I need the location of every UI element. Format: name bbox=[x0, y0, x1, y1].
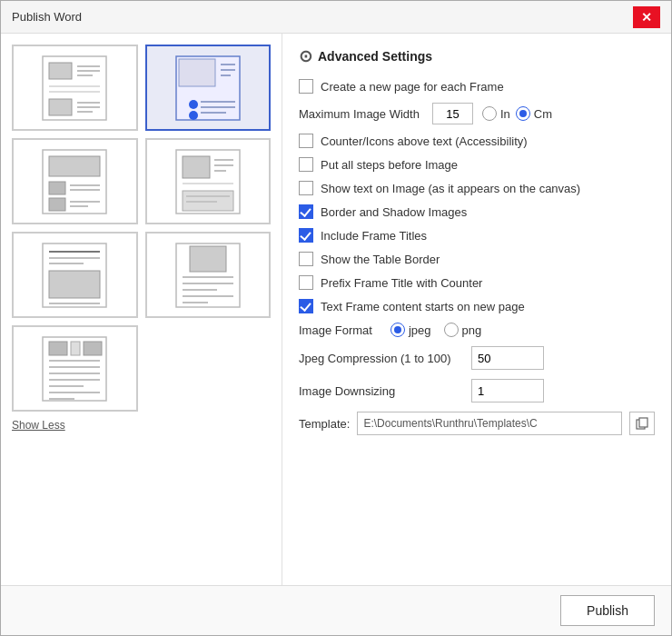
content-area: Show Less ⊙ Advanced Settings Create a n… bbox=[1, 34, 671, 585]
copy-icon bbox=[635, 416, 649, 431]
thumbnail-5[interactable] bbox=[12, 232, 138, 318]
svg-point-14 bbox=[189, 111, 198, 120]
image-downsizing-row: Image Downsizing bbox=[299, 379, 655, 402]
setting-text-frame-new-page: Text Frame content starts on new page bbox=[299, 299, 655, 313]
footer: Publish bbox=[1, 585, 671, 635]
jpeg-compression-input[interactable] bbox=[471, 346, 544, 370]
radio-unit-cm[interactable] bbox=[516, 106, 530, 121]
png-label: png bbox=[462, 323, 482, 337]
setting-prefix-frame-title: Prefix Frame Title with Counter bbox=[299, 275, 655, 290]
label-create-new-page: Create a new page for each Frame bbox=[321, 80, 504, 94]
checkbox-create-new-page[interactable] bbox=[299, 79, 313, 94]
template-input[interactable] bbox=[357, 412, 622, 435]
svg-rect-1 bbox=[49, 63, 72, 79]
collapse-icon[interactable]: ⊙ bbox=[299, 46, 312, 66]
svg-rect-24 bbox=[49, 198, 65, 211]
thumbnail-3[interactable] bbox=[12, 138, 138, 224]
svg-rect-22 bbox=[49, 156, 100, 176]
label-put-steps: Put all steps before Image bbox=[321, 158, 458, 172]
label-counter-icons: Counter/Icons above text (Accessibility) bbox=[321, 134, 528, 148]
publish-button[interactable]: Publish bbox=[560, 595, 655, 626]
template-label: Template: bbox=[299, 417, 350, 431]
setting-include-frame-titles: Include Frame Titles bbox=[299, 228, 655, 243]
advanced-settings-header: ⊙ Advanced Settings bbox=[299, 46, 655, 66]
close-button[interactable]: ✕ bbox=[633, 6, 660, 28]
max-image-width-label: Maximum Image Width bbox=[299, 107, 420, 121]
setting-create-new-page: Create a new page for each Frame bbox=[299, 79, 655, 94]
left-panel: Show Less bbox=[1, 34, 282, 585]
svg-rect-54 bbox=[84, 342, 102, 355]
setting-put-steps: Put all steps before Image bbox=[299, 157, 655, 172]
unit-radio-group: In Cm bbox=[482, 106, 552, 121]
dialog: Publish Word ✕ bbox=[0, 0, 672, 636]
unit-in-label: In bbox=[500, 107, 510, 121]
titlebar: Publish Word ✕ bbox=[1, 1, 671, 34]
svg-rect-12 bbox=[179, 59, 215, 86]
setting-show-text-on-image: Show text on Image (as it appears on the… bbox=[299, 181, 655, 195]
svg-rect-63 bbox=[639, 418, 647, 427]
checkbox-counter-icons[interactable] bbox=[299, 134, 313, 148]
radio-unit-cm-dot bbox=[519, 110, 527, 117]
image-downsizing-label: Image Downsizing bbox=[299, 384, 462, 398]
checkbox-show-text-on-image[interactable] bbox=[299, 181, 313, 195]
svg-rect-52 bbox=[49, 342, 67, 355]
image-downsizing-input[interactable] bbox=[471, 379, 544, 402]
checkbox-border-shadow[interactable] bbox=[299, 204, 313, 219]
thumbnail-6[interactable] bbox=[145, 232, 272, 318]
radio-png[interactable] bbox=[444, 323, 459, 337]
radio-jpeg[interactable] bbox=[390, 323, 405, 337]
advanced-settings-label: Advanced Settings bbox=[318, 49, 432, 64]
checkbox-put-steps[interactable] bbox=[299, 157, 313, 172]
svg-rect-42 bbox=[49, 271, 100, 298]
radio-unit-in[interactable] bbox=[482, 106, 497, 121]
thumbnail-1[interactable] bbox=[12, 45, 138, 131]
checkbox-include-frame-titles[interactable] bbox=[299, 228, 313, 243]
thumbnail-4[interactable] bbox=[145, 138, 272, 224]
show-less-button[interactable]: Show Less bbox=[12, 419, 271, 432]
template-row: Template: bbox=[299, 412, 655, 435]
template-copy-button[interactable] bbox=[629, 412, 655, 435]
thumbnail-7[interactable] bbox=[12, 325, 138, 412]
label-prefix-frame-title: Prefix Frame Title with Counter bbox=[321, 276, 482, 290]
svg-point-13 bbox=[189, 100, 198, 109]
label-text-frame-new-page: Text Frame content starts on new page bbox=[321, 300, 525, 313]
max-image-width-input[interactable] bbox=[432, 103, 473, 124]
label-include-frame-titles: Include Frame Titles bbox=[321, 229, 427, 243]
svg-rect-53 bbox=[71, 342, 80, 355]
radio-jpeg-dot bbox=[394, 326, 401, 333]
image-format-label: Image Format bbox=[299, 323, 372, 337]
svg-rect-35 bbox=[183, 191, 233, 211]
svg-rect-30 bbox=[183, 156, 210, 178]
label-show-table-border: Show the Table Border bbox=[321, 253, 440, 266]
setting-counter-icons: Counter/Icons above text (Accessibility) bbox=[299, 134, 655, 148]
svg-rect-7 bbox=[49, 99, 72, 115]
jpeg-compression-row: Jpeg Compression (1 to 100) bbox=[299, 346, 655, 370]
svg-rect-45 bbox=[190, 246, 226, 272]
setting-border-shadow: Border and Shadow Images bbox=[299, 204, 655, 219]
svg-rect-23 bbox=[49, 182, 65, 194]
unit-cm-label: Cm bbox=[534, 107, 552, 121]
setting-show-table-border: Show the Table Border bbox=[299, 252, 655, 266]
thumbnail-2[interactable] bbox=[145, 45, 272, 131]
label-show-text-on-image: Show text on Image (as it appears on the… bbox=[321, 182, 580, 195]
checkbox-prefix-frame-title[interactable] bbox=[299, 275, 313, 290]
jpeg-compression-label: Jpeg Compression (1 to 100) bbox=[299, 352, 462, 365]
thumbnail-grid bbox=[12, 45, 271, 412]
right-panel: ⊙ Advanced Settings Create a new page fo… bbox=[282, 34, 671, 585]
jpeg-label: jpeg bbox=[409, 323, 431, 337]
label-border-shadow: Border and Shadow Images bbox=[321, 205, 467, 219]
max-image-width-row: Maximum Image Width In Cm bbox=[299, 103, 655, 124]
image-format-row: Image Format jpeg png bbox=[299, 323, 655, 337]
checkbox-text-frame-new-page[interactable] bbox=[299, 299, 313, 313]
dialog-title: Publish Word bbox=[12, 10, 82, 24]
checkbox-show-table-border[interactable] bbox=[299, 252, 313, 266]
